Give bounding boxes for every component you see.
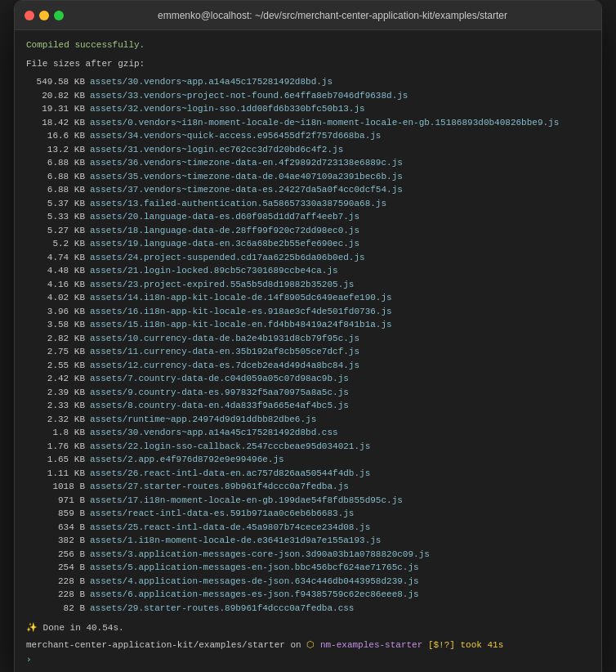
file-list: 549.58 KBassets/30.vendors~app.a14a45c17… — [26, 75, 590, 615]
cursor-line: › — [26, 653, 590, 667]
file-entry: 5.2 KBassets/19.language-data-en.3c6a68b… — [26, 237, 590, 251]
file-entry: 634 Bassets/25.react-intl-data-de.45a980… — [26, 521, 590, 535]
file-size: 1.65 KB — [26, 453, 90, 467]
file-size: 4.16 KB — [26, 278, 90, 292]
file-path: assets/7.country-data-de.c04d059a05c07d9… — [90, 372, 349, 386]
file-size: 228 B — [26, 588, 90, 602]
file-entry: 1018 Bassets/27.starter-routes.89b961f4d… — [26, 480, 590, 494]
file-entry: 1.8 KBassets/30.vendors~app.a14a45c17528… — [26, 426, 590, 440]
file-size: 859 B — [26, 507, 90, 521]
close-button[interactable] — [25, 11, 34, 20]
minimize-button[interactable] — [39, 11, 49, 20]
file-entry: 5.27 KBassets/18.language-data-de.28ff99… — [26, 224, 590, 238]
file-size: 6.88 KB — [26, 183, 90, 197]
file-path: assets/24.project-suspended.cd17aa6225b6… — [90, 251, 365, 265]
file-entry: 2.33 KBassets/8.country-data-en.4da833f9… — [26, 399, 590, 413]
file-entry: 5.37 KBassets/13.failed-authentication.5… — [26, 197, 590, 211]
traffic-lights — [25, 11, 64, 20]
maximize-button[interactable] — [54, 11, 64, 20]
file-size: 3.58 KB — [26, 318, 90, 332]
file-path: assets/1.i18n-moment-locale-de.e3641e31d… — [90, 534, 381, 548]
file-size: 1018 B — [26, 480, 90, 494]
file-entry: 4.74 KBassets/24.project-suspended.cd17a… — [26, 251, 590, 265]
file-entry: 19.31 KBassets/32.vendors~login-sso.1dd0… — [26, 102, 590, 116]
file-size: 6.88 KB — [26, 156, 90, 170]
file-path: assets/11.currency-data-en.35b192af8cb50… — [90, 345, 359, 359]
file-entry: 4.16 KBassets/23.project-expired.55a5b5d… — [26, 278, 590, 292]
file-entry: 228 Bassets/4.application-messages-de-js… — [26, 575, 590, 589]
file-entry: 3.96 KBassets/16.i18n-app-kit-locale-es.… — [26, 305, 590, 319]
file-entry: 16.6 KBassets/34.vendors~quick-access.e9… — [26, 129, 590, 143]
file-size: 971 B — [26, 494, 90, 508]
file-path: assets/4.application-messages-de-json.63… — [90, 575, 419, 589]
file-entry: 18.42 KBassets/0.vendors~i18n-moment-loc… — [26, 116, 590, 130]
file-sizes-header: File sizes after gzip: — [26, 57, 590, 71]
terminal-body[interactable]: Compiled successfully. File sizes after … — [15, 30, 601, 672]
file-entry: 256 Bassets/3.application-messages-core-… — [26, 548, 590, 562]
titlebar: emmenko@localhost: ~/dev/src/merchant-ce… — [15, 1, 601, 30]
file-path: assets/10.currency-data-de.ba2e4b1931d8c… — [90, 332, 359, 346]
file-size: 5.2 KB — [26, 237, 90, 251]
file-path: assets/30.vendors~app.a14a45c175281492d8… — [90, 426, 338, 440]
file-entry: 5.33 KBassets/20.language-data-es.d60f98… — [26, 210, 590, 224]
file-entry: 859 Bassets/react-intl-data-es.591b971aa… — [26, 507, 590, 521]
file-path: assets/26.react-intl-data-en.ac757d826aa… — [90, 467, 370, 481]
file-size: 2.75 KB — [26, 345, 90, 359]
file-size: 634 B — [26, 521, 90, 535]
file-path: assets/22.login-sso-callback.2547cccbeae… — [90, 440, 370, 454]
file-entry: 2.39 KBassets/9.country-data-es.997832f5… — [26, 386, 590, 400]
file-path: assets/19.language-data-en.3c6a68be2b55e… — [90, 237, 359, 251]
window-title: emmenko@localhost: ~/dev/src/merchant-ce… — [74, 10, 591, 21]
file-size: 228 B — [26, 575, 90, 589]
file-entry: 4.48 KBassets/21.login-locked.89cb5c7301… — [26, 264, 590, 278]
file-path: assets/27.starter-routes.89b961f4dccc0a7… — [90, 480, 349, 494]
file-entry: 549.58 KBassets/30.vendors~app.a14a45c17… — [26, 75, 590, 89]
file-path: assets/31.vendors~login.ec762cc3d7d20bd6… — [90, 143, 343, 157]
prompt-dir: merchant-center-application-kit/examples… — [26, 640, 301, 650]
cursor-symbol: › — [26, 655, 32, 665]
file-size: 2.32 KB — [26, 413, 90, 427]
file-size: 1.11 KB — [26, 467, 90, 481]
file-entry: 1.11 KBassets/26.react-intl-data-en.ac75… — [26, 467, 590, 481]
file-path: assets/23.project-expired.55a5b5d8d19882… — [90, 278, 354, 292]
file-size: 5.33 KB — [26, 210, 90, 224]
file-path: assets/6.application-messages-es-json.f9… — [90, 588, 419, 602]
prompt-icon: ⬡ — [306, 640, 315, 650]
file-entry: 20.82 KBassets/33.vendors~project-not-fo… — [26, 89, 590, 103]
file-entry: 228 Bassets/6.application-messages-es-js… — [26, 588, 590, 602]
file-path: assets/runtime~app.24974d9d91ddbb82dbe6.… — [90, 413, 316, 427]
compiled-message: Compiled successfully. — [26, 38, 590, 52]
file-entry: 2.82 KBassets/10.currency-data-de.ba2e4b… — [26, 332, 590, 346]
file-entry: 382 Bassets/1.i18n-moment-locale-de.e364… — [26, 534, 590, 548]
file-size: 19.31 KB — [26, 102, 90, 116]
file-path: assets/20.language-data-es.d60f985d1dd7a… — [90, 210, 359, 224]
file-size: 13.2 KB — [26, 143, 90, 157]
file-path: assets/13.failed-authentication.5a586573… — [90, 197, 386, 211]
file-size: 2.82 KB — [26, 332, 90, 346]
file-entry: 6.88 KBassets/37.vendors~timezone-data-e… — [26, 183, 590, 197]
file-size: 4.48 KB — [26, 264, 90, 278]
file-path: assets/36.vendors~timezone-data-en.4f298… — [90, 156, 403, 170]
file-size: 2.42 KB — [26, 372, 90, 386]
file-size: 1.76 KB — [26, 440, 90, 454]
file-size: 3.96 KB — [26, 305, 90, 319]
file-size: 16.6 KB — [26, 129, 90, 143]
file-entry: 971 Bassets/17.i18n-moment-locale-en-gb.… — [26, 494, 590, 508]
file-size: 382 B — [26, 534, 90, 548]
file-path: assets/14.i18n-app-kit-locale-de.14f8905… — [90, 291, 392, 305]
file-path: assets/3.application-messages-core-json.… — [90, 548, 430, 562]
done-line: ✨ Done in 40.54s. — [26, 621, 590, 635]
file-size: 20.82 KB — [26, 89, 90, 103]
file-size: 1.8 KB — [26, 426, 90, 440]
file-path: assets/29.starter-routes.89b961f4dccc0a7… — [90, 602, 354, 616]
file-path: assets/21.login-locked.89cb5c7301689ccbe… — [90, 264, 338, 278]
file-size: 2.55 KB — [26, 359, 90, 373]
file-size: 2.39 KB — [26, 386, 90, 400]
file-entry: 2.32 KBassets/runtime~app.24974d9d91ddbb… — [26, 413, 590, 427]
file-entry: 2.55 KBassets/12.currency-data-es.7dceb2… — [26, 359, 590, 373]
file-path: assets/32.vendors~login-sso.1dd08fd6b330… — [90, 102, 365, 116]
file-size: 5.37 KB — [26, 197, 90, 211]
file-size: 5.27 KB — [26, 224, 90, 238]
file-path: assets/react-intl-data-es.591b971aa0c6eb… — [90, 507, 354, 521]
file-size: 256 B — [26, 548, 90, 562]
